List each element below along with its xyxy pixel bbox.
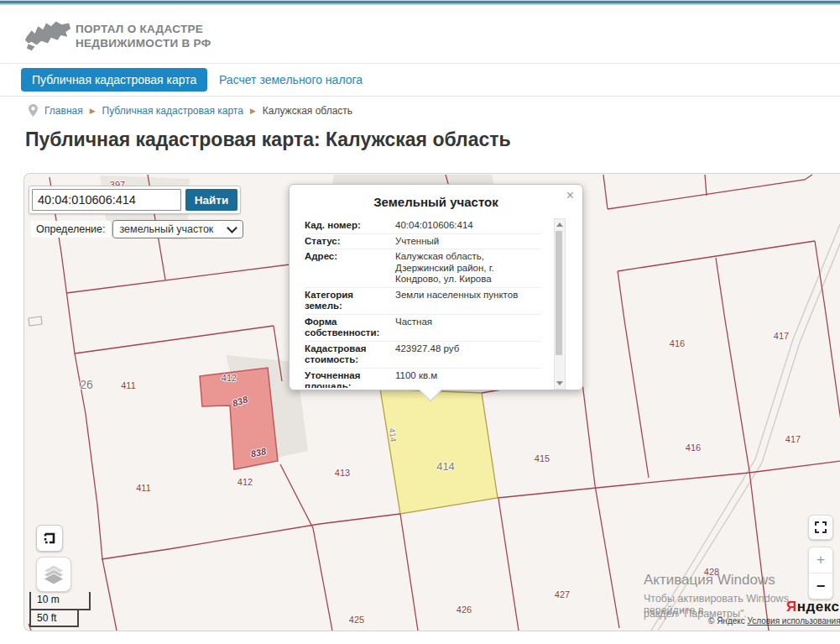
site-title-line1: ПОРТАЛ О КАДАСТРЕ xyxy=(76,22,211,36)
map-canvas[interactable]: 397 26 411 411 412 412 838 838 413 414 4… xyxy=(23,173,840,631)
row-label: Уточненная площадь: xyxy=(305,370,390,389)
popup-row: Форма собственности: Частная xyxy=(305,315,541,342)
row-value: 1100 кв.м xyxy=(390,370,541,389)
layers-icon xyxy=(42,563,65,586)
popup-row: Адрес: Калужская область, Дзержинский ра… xyxy=(305,249,541,288)
zoom-control: + − xyxy=(808,547,833,599)
scroll-down-icon[interactable] xyxy=(556,381,563,385)
map-attribution: © Яндекс Условия использования xyxy=(708,616,840,626)
fullscreen-icon xyxy=(814,521,827,534)
yandex-logo: Яндекс xyxy=(786,599,839,615)
zoom-in-button[interactable]: + xyxy=(809,547,832,573)
tab-public-cadastral-map[interactable]: Публичная кадастровая карта xyxy=(21,68,207,92)
definition-filter-label: Определение: xyxy=(31,221,111,238)
search-input[interactable] xyxy=(32,189,181,211)
row-value: 40:04:010606:414 xyxy=(390,220,541,232)
definition-select[interactable]: земельный участок xyxy=(112,220,243,238)
selected-parcel-edge-label: 414 xyxy=(388,427,399,442)
row-label: Категория земель: xyxy=(305,290,390,312)
parcel-info-popup: × Земельный участок Кад. номер: 40:04:01… xyxy=(289,184,583,390)
breadcrumb-current: Калужская область xyxy=(263,105,352,117)
site-title-line2: НЕДВИЖИМОСТИ В РФ xyxy=(76,36,211,50)
breadcrumb-home[interactable]: Главная xyxy=(44,105,83,117)
definition-filter: Определение: земельный участок xyxy=(31,220,243,238)
page-title: Публичная кадастровая карта: Калужская о… xyxy=(25,128,511,151)
area-select-icon xyxy=(42,531,57,546)
scale-ruler: 10 m 50 ft xyxy=(29,592,91,627)
site-title: ПОРТАЛ О КАДАСТРЕ НЕДВИЖИМОСТИ В РФ xyxy=(76,22,211,50)
parcel-label: 415 xyxy=(535,453,550,463)
row-value: 423927.48 руб xyxy=(390,343,541,366)
parcel-label: 26 xyxy=(80,378,93,391)
scrollbar-thumb[interactable] xyxy=(556,231,562,355)
parcel-label: 416 xyxy=(686,442,701,453)
site-header: ПОРТАЛ О КАДАСТРЕ НЕДВИЖИМОСТИ В РФ xyxy=(0,5,840,64)
selected-parcel-label: 414 xyxy=(436,460,455,473)
row-value: Частная xyxy=(390,317,541,339)
row-value: Земли населенных пунктов xyxy=(390,290,541,312)
layers-button[interactable] xyxy=(36,557,71,592)
scroll-up-icon[interactable] xyxy=(556,223,563,227)
row-label: Кад. номер: xyxy=(305,220,390,232)
row-value: Учтенный xyxy=(390,236,541,248)
breadcrumb-section[interactable]: Публичная кадастровая карта xyxy=(102,105,243,117)
parcel-label: 417 xyxy=(774,331,789,341)
parcel-label: 425 xyxy=(349,615,364,625)
russia-map-logo-icon xyxy=(23,12,72,55)
parcel-label: 417 xyxy=(785,434,801,444)
breadcrumb-separator-icon: ▶ xyxy=(90,107,96,115)
zoom-out-button[interactable]: − xyxy=(809,573,832,599)
parcel-label: 426 xyxy=(457,605,472,615)
yandex-logo-ya: Я xyxy=(786,599,797,615)
row-label: Адрес: xyxy=(305,251,390,285)
search-widget: Найти xyxy=(29,186,241,214)
yandex-logo-rest: ндекс xyxy=(797,599,840,615)
pin-icon xyxy=(29,104,38,117)
parcel-label: 428 xyxy=(704,567,719,577)
tab-land-tax-calculation[interactable]: Расчет земельного налога xyxy=(219,68,363,92)
parcel-label: 413 xyxy=(335,468,350,478)
tab-bar: Публичная кадастровая карта Расчет земел… xyxy=(0,64,840,97)
popup-row: Уточненная площадь: 1100 кв.м xyxy=(305,369,541,389)
row-label: Статус: xyxy=(305,236,390,248)
scale-metric: 10 m xyxy=(29,592,91,610)
search-button[interactable]: Найти xyxy=(185,189,237,211)
popup-row: Статус: Учтенный xyxy=(305,234,541,250)
scale-imperial: 50 ft xyxy=(29,610,79,627)
breadcrumb-separator-icon: ▶ xyxy=(250,107,256,115)
chevron-down-icon xyxy=(227,223,237,233)
close-icon[interactable]: × xyxy=(566,189,574,202)
popup-scrollbar[interactable] xyxy=(554,218,566,390)
fullscreen-button[interactable] xyxy=(808,515,833,540)
area-select-button[interactable] xyxy=(36,525,63,552)
parcel-label: 412 xyxy=(222,373,237,383)
terms-of-use-link[interactable]: Условия использования xyxy=(748,616,840,626)
row-value: Калужская область, Дзержинский район, г.… xyxy=(390,251,541,285)
popup-rows: Кад. номер: 40:04:010606:414 Статус: Учт… xyxy=(305,218,541,388)
row-label: Кадастровая стоимость: xyxy=(305,343,390,366)
popup-title: Земельный участок xyxy=(290,195,582,209)
popup-row: Кадастровая стоимость: 423927.48 руб xyxy=(305,342,541,369)
parcel-label: 411 xyxy=(136,483,151,493)
popup-row: Кад. номер: 40:04:010606:414 xyxy=(305,218,541,234)
definition-select-value: земельный участок xyxy=(120,223,214,235)
row-label: Форма собственности: xyxy=(305,317,390,339)
popup-row: Категория земель: Земли населенных пункт… xyxy=(305,288,541,315)
breadcrumb: Главная ▶ Публичная кадастровая карта ▶ … xyxy=(29,104,352,117)
parcel-label: 411 xyxy=(121,380,136,390)
parcel-label: 427 xyxy=(555,589,570,599)
parcel-label: 416 xyxy=(670,338,685,348)
parcel-label: 412 xyxy=(237,477,253,487)
copyright-text: © Яндекс xyxy=(708,616,745,626)
page: ПОРТАЛ О КАДАСТРЕ НЕДВИЖИМОСТИ В РФ Публ… xyxy=(0,0,840,644)
